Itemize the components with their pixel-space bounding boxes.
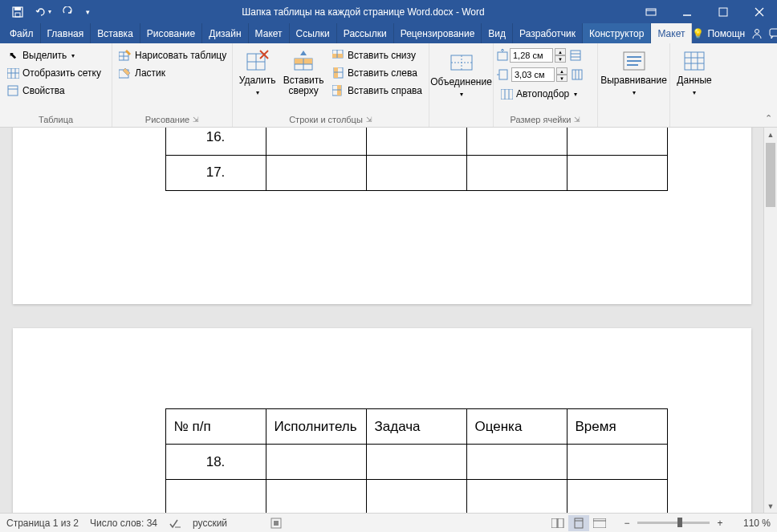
spin-down[interactable]: ▼ [555, 55, 566, 63]
document-table[interactable]: № п/п Исполнитель Задача Оценка Время 18… [165, 408, 668, 513]
dialog-launcher-icon[interactable]: ⇲ [193, 116, 199, 124]
merge-button[interactable]: Объединение▾ [425, 47, 497, 101]
print-layout-button[interactable] [568, 515, 589, 531]
read-mode-button[interactable] [547, 515, 568, 531]
tell-me-button[interactable]: 💡 Помощн [692, 28, 745, 39]
document-page[interactable]: № п/п Исполнитель Задача Оценка Время 18… [13, 328, 751, 513]
table-cell[interactable]: 18. [165, 445, 266, 480]
zoom-handle[interactable] [677, 518, 682, 527]
table-cell[interactable] [165, 480, 266, 514]
table-header[interactable]: № п/п [165, 409, 266, 445]
table-cell[interactable] [366, 445, 466, 480]
table-cell[interactable] [266, 155, 366, 190]
autofit-button[interactable]: Автоподбор▾ [497, 85, 583, 103]
table-cell[interactable] [466, 155, 567, 190]
document-page[interactable]: 16. 17. [13, 128, 751, 304]
tab-maket[interactable]: Макет [651, 23, 692, 43]
table-header[interactable]: Оценка [466, 409, 567, 445]
scroll-up-button[interactable]: ▲ [764, 128, 777, 141]
table-cell[interactable]: 16. [165, 128, 266, 155]
insert-above-button[interactable]: Вставить сверху [280, 47, 327, 98]
maximize-button[interactable] [705, 0, 741, 23]
draw-table-button[interactable]: Нарисовать таблицу [116, 47, 230, 64]
dialog-launcher-icon[interactable]: ⇲ [574, 116, 580, 124]
table-cell[interactable] [567, 128, 667, 155]
table-cell[interactable] [567, 445, 667, 480]
table-cell[interactable] [366, 155, 466, 190]
close-button[interactable] [741, 0, 777, 23]
zoom-level[interactable]: 110 % [737, 518, 771, 529]
insert-below-button[interactable]: Вставить снизу [328, 47, 425, 64]
dialog-launcher-icon[interactable]: ⇲ [366, 116, 372, 124]
table-cell[interactable] [366, 128, 466, 155]
table-cell[interactable] [266, 445, 366, 480]
table-header[interactable]: Исполнитель [266, 409, 366, 445]
tab-mailings[interactable]: Рассылки [337, 23, 394, 43]
zoom-in-button[interactable]: + [714, 518, 726, 529]
word-count[interactable]: Число слов: 34 [90, 518, 157, 529]
document-table[interactable]: 16. 17. [165, 128, 668, 191]
table-cell[interactable] [466, 480, 567, 514]
collapse-ribbon-button[interactable]: ⌃ [765, 113, 772, 124]
share-button[interactable] [751, 28, 763, 39]
minimize-button[interactable] [669, 0, 705, 23]
table-cell[interactable] [366, 480, 466, 514]
vertical-scrollbar[interactable]: ▲ ▼ [763, 128, 777, 513]
comments-button[interactable] [769, 28, 777, 39]
distribute-rows-icon[interactable] [570, 50, 581, 61]
table-cell[interactable] [567, 155, 667, 190]
distribute-cols-icon[interactable] [572, 69, 583, 80]
scroll-thumb[interactable] [766, 143, 775, 207]
tab-insert[interactable]: Вставка [91, 23, 140, 43]
language-indicator[interactable]: русский [193, 518, 227, 529]
scroll-down-button[interactable]: ▼ [764, 499, 777, 513]
redo-button[interactable] [56, 2, 79, 22]
tab-file[interactable]: Файл [3, 23, 41, 43]
zoom-track[interactable] [637, 522, 710, 524]
tab-design[interactable]: Дизайн [202, 23, 248, 43]
tab-view[interactable]: Вид [482, 23, 513, 43]
table-cell[interactable] [567, 480, 667, 514]
table-cell[interactable] [466, 128, 567, 155]
col-width-spinner[interactable]: ▲▼ [497, 66, 583, 83]
tab-draw[interactable]: Рисование [140, 23, 202, 43]
properties-button[interactable]: Свойства [3, 82, 104, 99]
tab-references[interactable]: Ссылки [290, 23, 337, 43]
tab-review[interactable]: Рецензирование [394, 23, 482, 43]
tab-developer[interactable]: Разработчик [513, 23, 583, 43]
page-indicator[interactable]: Страница 1 из 2 [6, 518, 79, 529]
table-cell[interactable] [266, 128, 366, 155]
col-width-input[interactable] [511, 67, 555, 82]
table-cell[interactable]: 17. [165, 155, 266, 190]
spin-up[interactable]: ▲ [556, 67, 567, 75]
row-height-input[interactable] [510, 48, 553, 63]
save-button[interactable] [6, 2, 29, 22]
alignment-button[interactable]: Выравнивание▾ [596, 47, 672, 99]
data-button[interactable]: Данные▾ [672, 47, 716, 99]
spellcheck-icon[interactable] [169, 518, 181, 529]
macro-icon[interactable] [271, 518, 282, 529]
table-header[interactable]: Задача [366, 409, 466, 445]
undo-button[interactable]: ▾ [31, 2, 54, 22]
customize-qat-button[interactable]: ▾ [81, 2, 94, 22]
eraser-button[interactable]: Ластик [116, 64, 230, 82]
insert-right-button[interactable]: Вставить справа [328, 82, 425, 99]
view-gridlines-button[interactable]: Отобразить сетку [3, 64, 104, 82]
delete-button[interactable]: Удалить▾ [236, 47, 279, 99]
spin-up[interactable]: ▲ [555, 48, 566, 55]
document-area[interactable]: 16. 17. № п/п Исполнитель Задача Оценка … [0, 128, 777, 513]
ribbon-display-button[interactable] [633, 0, 669, 23]
insert-left-button[interactable]: Вставить слева [328, 64, 425, 82]
row-height-spinner[interactable]: ▲▼ [497, 47, 583, 64]
tab-layout[interactable]: Макет [249, 23, 290, 43]
web-layout-button[interactable] [589, 515, 610, 531]
tab-home[interactable]: Главная [41, 23, 92, 43]
table-cell[interactable] [466, 445, 567, 480]
table-cell[interactable] [266, 480, 366, 514]
zoom-out-button[interactable]: − [621, 518, 633, 529]
zoom-slider[interactable]: − + [621, 518, 726, 529]
table-header[interactable]: Время [567, 409, 667, 445]
select-button[interactable]: ⬉Выделить▾ [3, 47, 104, 64]
spin-down[interactable]: ▼ [556, 75, 567, 82]
tab-constructor[interactable]: Конструктор [583, 23, 651, 43]
